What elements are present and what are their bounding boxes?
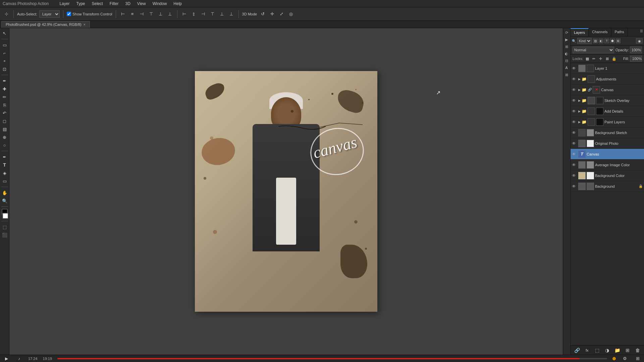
- adjustments-panel-btn[interactable]: ◐: [564, 51, 570, 57]
- new-group-btn[interactable]: 📁: [614, 347, 621, 354]
- layer-eye-canvas[interactable]: 👁: [572, 87, 577, 92]
- background-color[interactable]: [2, 213, 8, 219]
- 3d-move-btn[interactable]: ✛: [268, 10, 276, 18]
- layer-item-original-photo[interactable]: 👁 Original Photo: [571, 138, 644, 149]
- gradient-tool[interactable]: ▤: [1, 125, 8, 133]
- filter-shape-btn[interactable]: ⬟: [610, 39, 615, 43]
- layer-item-background[interactable]: 👁 Background 🔒: [571, 181, 644, 192]
- heal-tool[interactable]: ✚: [1, 85, 8, 93]
- align-center-btn[interactable]: ≡: [129, 10, 136, 18]
- dodge-tool[interactable]: ○: [1, 141, 8, 149]
- paths-strip-btn[interactable]: ⊠: [564, 72, 570, 78]
- 3d-scale-btn[interactable]: ⤢: [278, 10, 285, 18]
- distribute-right-btn[interactable]: ⊣: [200, 10, 207, 18]
- align-middle-btn[interactable]: ⊥: [157, 10, 164, 18]
- history-tool[interactable]: ↶: [1, 109, 8, 117]
- layer-eye-canvas-text[interactable]: 👁: [572, 152, 577, 157]
- move-tool-btn[interactable]: ⊹: [3, 10, 10, 18]
- layer-item-paint-layers[interactable]: 👁 ▶ 📁 Paint Layers: [571, 117, 644, 127]
- layer-eye-avg[interactable]: 👁: [572, 163, 577, 167]
- pen-tool[interactable]: ✒: [1, 153, 8, 161]
- show-transform-checkbox[interactable]: [67, 12, 71, 16]
- lock-artboard-btn[interactable]: ⊠: [605, 56, 610, 61]
- layer-eye-sketch[interactable]: 👁: [572, 98, 577, 103]
- show-transform-label[interactable]: Show Transform Control: [67, 12, 112, 16]
- lasso-tool[interactable]: ⌐: [1, 49, 8, 57]
- new-layer-btn[interactable]: ⊞: [624, 347, 631, 354]
- menu-filter[interactable]: Filter: [108, 1, 120, 7]
- learn-panel-btn[interactable]: ▶: [564, 37, 570, 43]
- filter-pixel-btn[interactable]: ▨: [593, 39, 598, 43]
- layer-eye-bg-color[interactable]: 👁: [572, 173, 577, 178]
- tab-channels[interactable]: Channels: [589, 28, 611, 36]
- shape-tool[interactable]: ▭: [1, 177, 8, 185]
- layer-item-bg-sketch[interactable]: 👁 Background Sketch: [571, 127, 644, 138]
- marquee-tool[interactable]: ▭: [1, 41, 8, 49]
- align-top-btn[interactable]: ⊤: [148, 10, 155, 18]
- settings-btn[interactable]: ⚙: [621, 355, 629, 362]
- auto-select-dropdown[interactable]: Layer Group: [39, 10, 60, 18]
- link-layers-btn[interactable]: 🔗: [574, 347, 580, 354]
- layer-eye-paint[interactable]: 👁: [572, 120, 577, 124]
- tab-layers[interactable]: Layers: [571, 28, 589, 36]
- layer-item-sketch-overlay[interactable]: 👁 ▶ 📁 Sketch Overlay: [571, 95, 644, 106]
- layer-eye-adjustments[interactable]: 👁: [572, 77, 577, 81]
- opacity-input[interactable]: [630, 47, 642, 53]
- delete-layer-btn[interactable]: 🗑: [634, 347, 641, 354]
- character-panel-btn[interactable]: A: [564, 65, 570, 71]
- clone-tool[interactable]: ⎘: [1, 101, 8, 109]
- layer-arrow-sketch[interactable]: ▶: [578, 99, 581, 102]
- filter-smart-btn[interactable]: ⊞: [616, 39, 621, 43]
- layer-eye-orig[interactable]: 👁: [572, 141, 577, 146]
- brush-tool[interactable]: ✏: [1, 93, 8, 101]
- layer-eye-background[interactable]: 👁: [572, 184, 577, 189]
- menu-type[interactable]: Type: [75, 1, 86, 7]
- libraries-panel-btn[interactable]: ⊟: [564, 58, 570, 64]
- menu-3d[interactable]: 3D: [124, 1, 132, 7]
- blur-tool[interactable]: ⊕: [1, 133, 8, 141]
- layer-item-adjustments[interactable]: 👁 ▶ 📁 Adjustments: [571, 74, 644, 84]
- new-fill-btn[interactable]: ◑: [604, 347, 610, 354]
- crop-tool[interactable]: ⊡: [1, 65, 8, 73]
- filter-toggle-btn[interactable]: ◉: [636, 38, 643, 44]
- properties-panel-btn[interactable]: ⊞: [564, 44, 570, 50]
- fill-input[interactable]: [630, 56, 642, 62]
- filter-type-btn[interactable]: T: [604, 39, 609, 43]
- layer-arrow-paint[interactable]: ▶: [578, 120, 581, 124]
- expand-btn[interactable]: ⊞: [634, 355, 641, 362]
- zoom-tool[interactable]: 🔍: [1, 197, 8, 204]
- quick-select-tool[interactable]: ⚬: [1, 57, 8, 65]
- distribute-center-btn[interactable]: ‡: [190, 10, 198, 18]
- menu-select[interactable]: Select: [90, 1, 104, 7]
- close-tab-btn[interactable]: ×: [84, 23, 86, 26]
- lock-position-btn[interactable]: ✛: [598, 56, 603, 61]
- 3d-orbit-btn[interactable]: ◎: [287, 10, 294, 18]
- document-tab[interactable]: PhotoBrushed.psd @ 42.9% (Canvas, RGB/8)…: [1, 21, 90, 28]
- layer-arrow-adjustments[interactable]: ▶: [578, 77, 581, 81]
- distribute-left-btn[interactable]: ⊢: [181, 10, 188, 18]
- lock-image-btn[interactable]: ✏: [591, 56, 597, 61]
- tab-paths[interactable]: Paths: [611, 28, 628, 36]
- align-left-btn[interactable]: ⊢: [119, 10, 127, 18]
- add-style-btn[interactable]: fx: [584, 347, 590, 354]
- layer-item-avg-color[interactable]: 👁 Average Image Color: [571, 160, 644, 170]
- layer-item-bg-color[interactable]: 👁 Background Color: [571, 170, 644, 181]
- distribute-top-btn[interactable]: ⊤: [209, 10, 216, 18]
- layer-filter-select[interactable]: Kind: [577, 38, 592, 44]
- quick-mask-btn[interactable]: ⬚: [1, 223, 8, 231]
- lock-transparent-btn[interactable]: ▩: [585, 56, 590, 61]
- add-mask-btn[interactable]: ⬚: [594, 347, 600, 354]
- layer-item-canvas-smart[interactable]: 👁 ▶ 📁 🔗 ✕ Canvas: [571, 84, 644, 95]
- layer-arrow-canvas[interactable]: ▶: [578, 88, 581, 92]
- align-bottom-btn[interactable]: ⊥: [166, 10, 174, 18]
- move-tool[interactable]: ↖: [1, 29, 8, 37]
- 3d-rotate-btn[interactable]: ↺: [259, 10, 266, 18]
- screen-mode-btn[interactable]: ⬛: [1, 231, 8, 239]
- distribute-bot-btn[interactable]: ⊥: [228, 10, 235, 18]
- distribute-mid-btn[interactable]: ⊥: [218, 10, 226, 18]
- eraser-tool[interactable]: ◻: [1, 117, 8, 125]
- eyedropper-tool[interactable]: ✒: [1, 77, 8, 84]
- layer-eye-layer1[interactable]: 👁: [572, 66, 577, 71]
- history-panel-btn[interactable]: ⟳: [564, 29, 570, 36]
- blend-mode-select[interactable]: Normal: [573, 47, 614, 53]
